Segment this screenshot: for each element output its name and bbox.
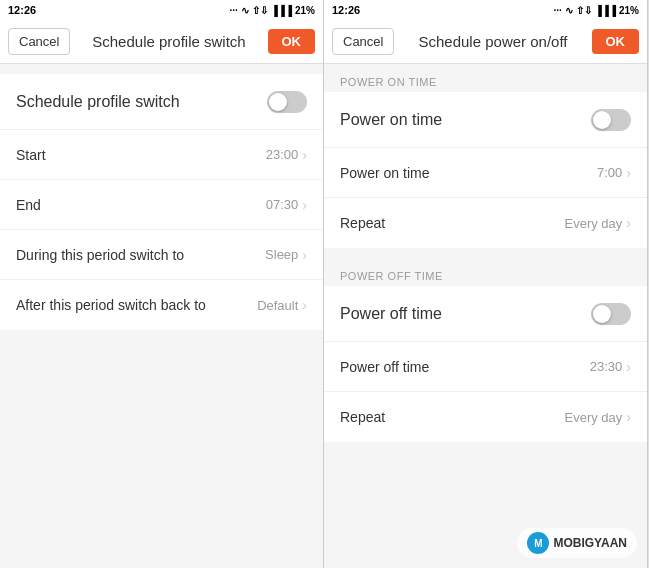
power-on-toggle[interactable]: [591, 109, 631, 131]
watermark: M MOBIGYAAN: [517, 528, 637, 558]
start-row[interactable]: Start 23:00 ›: [0, 130, 323, 180]
status-bar-left: 12:26 ··· ∿ ⇧⇩ ▐▐▐ 21%: [0, 0, 323, 20]
right-panel: 12:26 ··· ∿ ⇧⇩ ▐▐▐ 21% Cancel Schedule p…: [324, 0, 648, 568]
status-time-right: 12:26: [332, 4, 360, 16]
power-on-toggle-row[interactable]: Power on time: [324, 92, 647, 148]
power-on-time-chevron-icon: ›: [626, 165, 631, 181]
power-off-list: Power off time Power off time 23:30 › Re…: [324, 286, 647, 442]
during-row[interactable]: During this period switch to Sleep ›: [0, 230, 323, 280]
content-left: Schedule profile switch Start 23:00 › En…: [0, 64, 323, 568]
ok-button-left[interactable]: OK: [268, 29, 316, 54]
power-off-time-chevron-icon: ›: [626, 359, 631, 375]
during-chevron-icon: ›: [302, 247, 307, 263]
toolbar-right: Cancel Schedule power on/off OK: [324, 20, 647, 64]
start-chevron-icon: ›: [302, 147, 307, 163]
power-on-repeat-row[interactable]: Repeat Every day ›: [324, 198, 647, 248]
power-off-toggle-row[interactable]: Power off time: [324, 286, 647, 342]
power-on-time-label: Power on time: [340, 165, 597, 181]
power-off-toggle[interactable]: [591, 303, 631, 325]
during-value: Sleep: [265, 247, 298, 262]
power-off-section-header: POWER OFF TIME: [324, 258, 647, 286]
schedule-list: Schedule profile switch Start 23:00 › En…: [0, 74, 323, 330]
schedule-toggle-label: Schedule profile switch: [16, 93, 267, 111]
power-on-time-value: 7:00: [597, 165, 622, 180]
power-off-time-label: Power off time: [340, 359, 590, 375]
cancel-button-left[interactable]: Cancel: [8, 28, 70, 55]
status-icons-left: ··· ∿ ⇧⇩ ▐▐▐ 21%: [229, 5, 315, 16]
content-right: POWER ON TIME Power on time Power on tim…: [324, 64, 647, 568]
ok-button-right[interactable]: OK: [592, 29, 640, 54]
power-off-time-value: 23:30: [590, 359, 623, 374]
power-off-repeat-chevron-icon: ›: [626, 409, 631, 425]
power-on-list: Power on time Power on time 7:00 › Repea…: [324, 92, 647, 248]
left-panel: 12:26 ··· ∿ ⇧⇩ ▐▐▐ 21% Cancel Schedule p…: [0, 0, 324, 568]
cancel-button-right[interactable]: Cancel: [332, 28, 394, 55]
power-on-section-header: POWER ON TIME: [324, 64, 647, 92]
power-off-repeat-label: Repeat: [340, 409, 565, 425]
power-off-repeat-value: Every day: [565, 410, 623, 425]
end-label: End: [16, 197, 266, 213]
watermark-logo: M: [527, 532, 549, 554]
power-off-toggle-label: Power off time: [340, 305, 591, 323]
toolbar-left: Cancel Schedule profile switch OK: [0, 20, 323, 64]
schedule-toggle-row[interactable]: Schedule profile switch: [0, 74, 323, 130]
start-value: 23:00: [266, 147, 299, 162]
status-icons-right: ··· ∿ ⇧⇩ ▐▐▐ 21%: [553, 5, 639, 16]
watermark-text: MOBIGYAAN: [553, 536, 627, 550]
during-label: During this period switch to: [16, 247, 265, 263]
after-row[interactable]: After this period switch back to Default…: [0, 280, 323, 330]
after-value: Default: [257, 298, 298, 313]
status-time-left: 12:26: [8, 4, 36, 16]
toolbar-title-left: Schedule profile switch: [70, 33, 267, 50]
end-value: 07:30: [266, 197, 299, 212]
power-on-repeat-value: Every day: [565, 216, 623, 231]
status-bar-right: 12:26 ··· ∿ ⇧⇩ ▐▐▐ 21%: [324, 0, 647, 20]
start-label: Start: [16, 147, 266, 163]
toolbar-title-right: Schedule power on/off: [394, 33, 591, 50]
schedule-toggle[interactable]: [267, 91, 307, 113]
end-chevron-icon: ›: [302, 197, 307, 213]
power-on-repeat-label: Repeat: [340, 215, 565, 231]
power-on-time-row[interactable]: Power on time 7:00 ›: [324, 148, 647, 198]
power-on-repeat-chevron-icon: ›: [626, 215, 631, 231]
power-off-repeat-row[interactable]: Repeat Every day ›: [324, 392, 647, 442]
after-label: After this period switch back to: [16, 297, 257, 313]
end-row[interactable]: End 07:30 ›: [0, 180, 323, 230]
after-chevron-icon: ›: [302, 297, 307, 313]
power-on-toggle-label: Power on time: [340, 111, 591, 129]
power-off-time-row[interactable]: Power off time 23:30 ›: [324, 342, 647, 392]
